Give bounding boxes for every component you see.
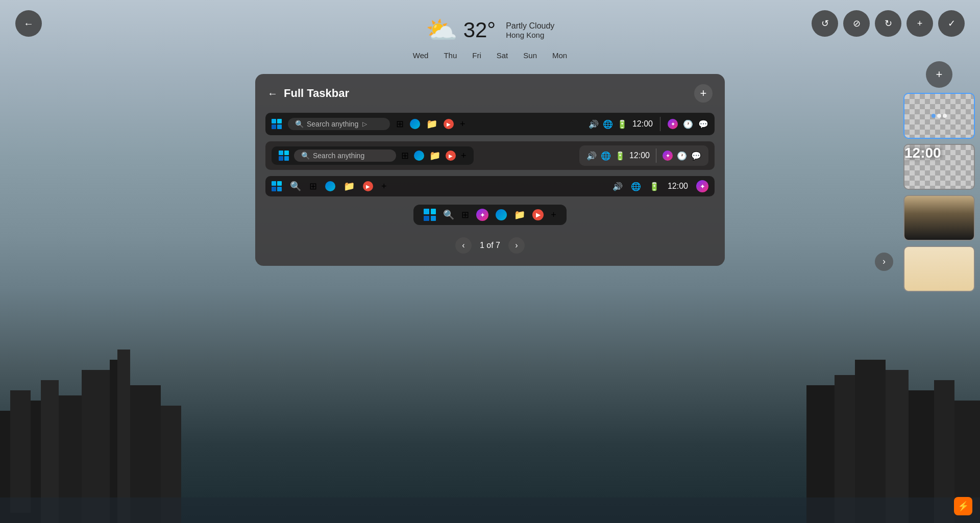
undo-button[interactable]: ↺ <box>812 10 838 37</box>
copilot-icon-1[interactable]: ✦ <box>668 119 678 129</box>
search-box-2[interactable]: 🔍 Search anything <box>294 150 396 162</box>
battery-icon-1[interactable]: 🔋 <box>617 119 627 129</box>
slash-icon: ⊘ <box>853 18 861 29</box>
day-thu[interactable]: Thu <box>444 51 457 60</box>
add-icon-2[interactable]: + <box>461 151 467 160</box>
prev-page-button[interactable]: ‹ <box>455 237 472 254</box>
slash-button[interactable]: ⊘ <box>843 10 870 37</box>
right-panel-add-icon: + <box>936 68 943 81</box>
right-panel-add-button[interactable]: + <box>926 61 952 88</box>
thumb-sky-bg <box>904 247 974 291</box>
thumbnail-3[interactable] <box>903 195 975 241</box>
check-button[interactable]: ✓ <box>938 10 965 37</box>
svg-rect-4 <box>59 395 82 523</box>
search-box-1[interactable]: 🔍 Search anything ▷ <box>288 118 390 130</box>
svg-rect-14 <box>909 390 934 523</box>
copilot-icon-2[interactable]: ✦ <box>663 151 673 161</box>
search-icon-1: 🔍 <box>295 120 304 128</box>
windows-logo-4[interactable] <box>424 209 436 221</box>
day-sun[interactable]: Sun <box>523 51 537 60</box>
windows-logo-3[interactable] <box>272 181 282 191</box>
volume-icon-3[interactable]: 🔊 <box>612 182 623 191</box>
windows-logo-1[interactable] <box>272 119 282 129</box>
day-mon[interactable]: Mon <box>552 51 567 60</box>
weather-widget: ⛅ 32° Partly Cloudy Hong Kong Wed Thu Fr… <box>413 15 567 60</box>
search-icon-4[interactable]: 🔍 <box>443 210 454 219</box>
battery-icon-2[interactable]: 🔋 <box>615 151 625 161</box>
clock-icon-2[interactable]: 🕐 <box>677 151 687 161</box>
svg-rect-2 <box>31 401 56 523</box>
taskview-icon-4[interactable]: ⊞ <box>461 210 469 219</box>
top-toolbar: ↺ ⊘ ↻ + ✓ <box>812 10 965 37</box>
weather-location: Hong Kong <box>506 31 544 39</box>
media-icon-2[interactable]: ▶ <box>446 151 456 161</box>
next-page-button[interactable]: › <box>508 237 525 254</box>
taskview-icon-3[interactable]: ⊞ <box>309 182 317 191</box>
main-panel: ← Full Taskbar + 🔍 Search anything ▷ ⊞ � <box>255 74 725 266</box>
thumbnail-2[interactable]: 12:00 <box>903 144 975 190</box>
taskview-icon-1[interactable]: ⊞ <box>396 119 404 129</box>
edge-icon-4[interactable] <box>496 209 507 220</box>
svg-rect-7 <box>117 350 130 523</box>
panel-back-button[interactable]: ← <box>267 88 278 99</box>
network-icon-1[interactable]: 🌐 <box>603 119 613 129</box>
thumbnail-4[interactable] <box>903 246 975 292</box>
thumb-city-bg <box>904 196 974 240</box>
edge-icon-1[interactable] <box>410 119 420 129</box>
weather-condition: Partly Cloudy <box>506 21 554 31</box>
day-sat[interactable]: Sat <box>497 51 508 60</box>
add-icon-1[interactable]: + <box>460 119 465 129</box>
right-arrow-icon: › <box>883 256 886 267</box>
global-back-button[interactable]: ← <box>15 10 42 37</box>
volume-icon-1[interactable]: 🔊 <box>589 119 599 129</box>
right-nav-arrow[interactable]: › <box>875 253 893 271</box>
chat-icon-2[interactable]: 💬 <box>691 151 701 161</box>
thumb-dot-1 <box>932 114 936 118</box>
copilot-icon-3[interactable]: ✦ <box>696 180 708 192</box>
media-icon-4[interactable]: ▶ <box>532 209 544 220</box>
folder-icon-2[interactable]: 📁 <box>429 150 440 161</box>
edge-icon-3[interactable] <box>325 181 335 191</box>
svg-rect-12 <box>855 360 886 523</box>
volume-icon-2[interactable]: 🔊 <box>586 151 597 161</box>
chat-icon-1[interactable]: 💬 <box>698 119 708 129</box>
prev-icon: ‹ <box>462 241 464 250</box>
svg-rect-0 <box>0 411 31 523</box>
folder-icon-3[interactable]: 📁 <box>344 181 355 192</box>
undo-icon: ↺ <box>821 18 829 29</box>
panel-title: Full Taskbar <box>284 87 349 100</box>
search-icon-3[interactable]: 🔍 <box>290 182 301 191</box>
day-fri[interactable]: Fri <box>472 51 481 60</box>
thumb-dot-3 <box>943 114 947 118</box>
network-icon-3[interactable]: 🌐 <box>631 182 641 191</box>
media-icon-1[interactable]: ▶ <box>444 119 454 129</box>
lightning-icon: ⚡ <box>958 501 969 512</box>
refresh-button[interactable]: ↻ <box>875 10 901 37</box>
clock-icon-1[interactable]: 🕐 <box>683 119 693 129</box>
add-global-button[interactable]: + <box>906 10 933 37</box>
edge-icon-2[interactable] <box>414 151 424 161</box>
svg-rect-10 <box>806 385 835 523</box>
cursor-icon-1: ▷ <box>362 120 367 128</box>
folder-icon-1[interactable]: 📁 <box>426 118 437 130</box>
sys-tray-pill-2: 🔊 🌐 🔋 12:00 ✦ 🕐 💬 <box>579 145 708 166</box>
svg-rect-5 <box>82 370 110 523</box>
folder-icon-4[interactable]: 📁 <box>514 209 525 220</box>
media-icon-3[interactable]: ▶ <box>363 181 373 191</box>
taskbar-variant-3: 🔍 ⊞ 📁 ▶ + 🔊 🌐 🔋 12:00 ✦ <box>265 176 715 196</box>
clock-2: 12:00 <box>629 151 650 160</box>
day-wed[interactable]: Wed <box>413 51 429 60</box>
copilot-icon-4[interactable]: ✦ <box>476 209 488 221</box>
taskbar-variant-1: 🔍 Search anything ▷ ⊞ 📁 ▶ + 🔊 🌐 🔋 12:00 … <box>265 113 715 135</box>
windows-logo-2[interactable] <box>279 151 289 161</box>
add-icon-4[interactable]: + <box>551 210 556 219</box>
search-text-2: Search anything <box>313 152 364 160</box>
battery-icon-3[interactable]: 🔋 <box>649 182 659 191</box>
add-icon-3[interactable]: + <box>381 182 387 191</box>
check-icon: ✓ <box>948 18 955 29</box>
clock-3: 12:00 <box>668 182 688 191</box>
taskview-icon-2[interactable]: ⊞ <box>401 151 409 160</box>
network-icon-2[interactable]: 🌐 <box>601 151 611 161</box>
panel-add-button[interactable]: + <box>694 84 713 103</box>
thumbnail-1[interactable] <box>903 93 975 139</box>
